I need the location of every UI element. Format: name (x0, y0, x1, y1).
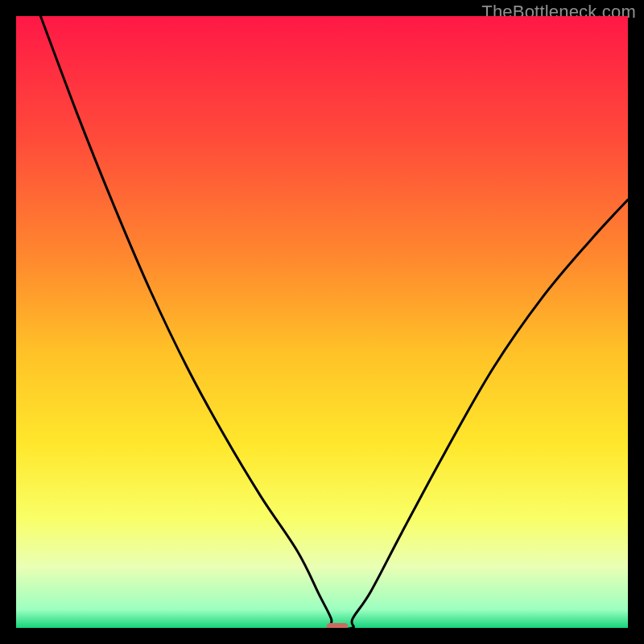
bottleneck-chart (16, 16, 628, 628)
chart-container: TheBottleneck.com (0, 0, 644, 644)
optimum-marker (327, 623, 348, 628)
chart-background (16, 16, 628, 628)
